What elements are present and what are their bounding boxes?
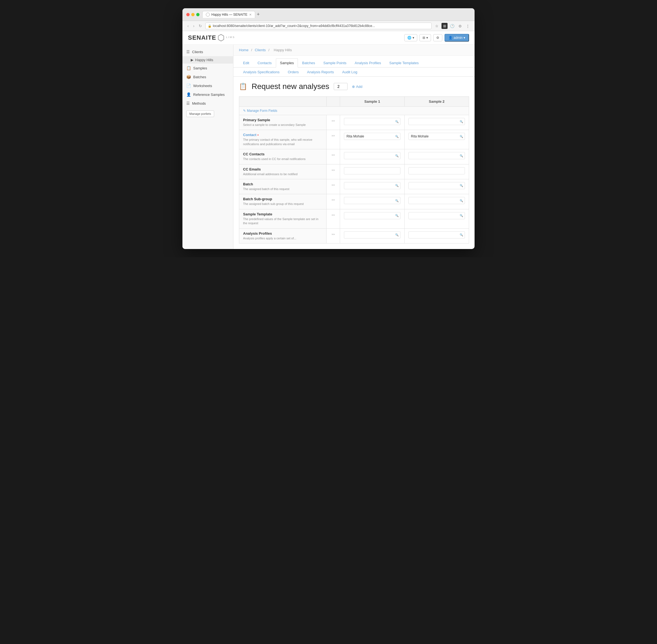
- sample2-input-batch-subgroup[interactable]: [409, 197, 465, 204]
- copy-btn-analysis-profiles[interactable]: »»: [330, 231, 336, 237]
- methods-icon: ☰: [186, 101, 190, 106]
- tab-audit-log[interactable]: Audit Log: [338, 68, 362, 76]
- sample1-input-batch-subgroup[interactable]: [344, 197, 400, 204]
- logo-text: SENAITE: [188, 34, 216, 41]
- tab-analysis-specifications[interactable]: Analysis Specifications: [239, 68, 284, 76]
- tab-analysis-profiles[interactable]: Analysis Profiles: [351, 59, 385, 68]
- maximize-window-btn[interactable]: [196, 13, 199, 16]
- add-btn[interactable]: ⊕ Add: [352, 85, 363, 89]
- sidebar-item-methods[interactable]: ☰ Methods: [182, 99, 233, 108]
- user-menu-btn[interactable]: 👤 admin ▾: [444, 34, 469, 42]
- sidebar-item-happy-hills[interactable]: ▶ Happy Hills: [182, 56, 233, 64]
- grid-btn[interactable]: ⊞ ▾: [419, 34, 431, 41]
- copy-btn-contact[interactable]: »»: [330, 133, 336, 138]
- tab-edit[interactable]: Edit: [239, 59, 253, 68]
- sample1-cell-contact: 🔍: [340, 130, 404, 149]
- sample1-cell-cc-emails: [340, 164, 404, 179]
- sidebar-clients-label: Clients: [192, 50, 203, 54]
- header-actions: 🌐 ▾ ⊞ ▾ ⚙ 👤 admin ▾: [404, 34, 469, 42]
- sample2-cell-batch: 🔍: [404, 179, 469, 194]
- field-desc-contact: The primary contact of this sample, who …: [243, 138, 323, 146]
- globe-btn[interactable]: 🌐 ▾: [404, 34, 417, 41]
- ext-icon-1[interactable]: ⊞: [441, 23, 447, 29]
- copy-btn-batch[interactable]: »»: [330, 182, 336, 188]
- refresh-btn[interactable]: ↻: [198, 23, 203, 29]
- close-window-btn[interactable]: [186, 13, 190, 16]
- sidebar-item-worksheets[interactable]: 📄 Worksheets: [182, 81, 233, 90]
- back-btn[interactable]: ‹: [186, 23, 190, 29]
- sidebar-item-batches[interactable]: 📦 Batches: [182, 72, 233, 81]
- sample1-input-primary-sample[interactable]: [344, 118, 400, 125]
- copy-cell-analysis-profiles: »»: [326, 228, 340, 243]
- label-cell-primary-sample: Primary SampleSelect a sample to create …: [239, 115, 327, 130]
- forward-btn[interactable]: ›: [192, 23, 196, 29]
- tab-batches[interactable]: Batches: [298, 59, 319, 68]
- field-label-batch: Batch: [243, 182, 323, 186]
- tab-samples[interactable]: Samples: [276, 59, 298, 68]
- copy-btn-primary-sample[interactable]: »»: [330, 118, 336, 123]
- sidebar-reference-samples-label: Reference Samples: [193, 93, 225, 97]
- sample2-input-cc-emails[interactable]: [409, 167, 465, 174]
- sample1-input-batch[interactable]: [344, 182, 400, 189]
- breadcrumb-clients[interactable]: Clients: [255, 48, 266, 52]
- gear-icon: ⚙: [436, 36, 439, 40]
- ext-icon-2[interactable]: 🕐: [449, 23, 455, 29]
- browser-tab[interactable]: Happy Hills — SENAITE ✕: [202, 11, 255, 18]
- table-row-sample-template: Sample TemplateThe predefined values of …: [239, 209, 469, 228]
- field-label-batch-subgroup: Batch Sub-group: [243, 197, 323, 201]
- minimize-window-btn[interactable]: [191, 13, 195, 16]
- address-bar: ‹ › ↻ 🔒 localhost:8080/senaite/clients/c…: [182, 21, 475, 31]
- sample-count-input[interactable]: [334, 83, 348, 90]
- breadcrumb-home[interactable]: Home: [239, 48, 248, 52]
- new-tab-btn[interactable]: +: [257, 12, 260, 17]
- tab-sample-templates[interactable]: Sample Templates: [385, 59, 423, 68]
- label-cell-sample-template: Sample TemplateThe predefined values of …: [239, 209, 327, 228]
- tab-close-btn[interactable]: ✕: [249, 13, 251, 17]
- user-label: admin ▾: [454, 36, 465, 40]
- field-label-sample-template: Sample Template: [243, 212, 323, 216]
- sample1-input-contact[interactable]: [344, 133, 400, 140]
- search-icon-s1-analysis-profiles: 🔍: [395, 233, 398, 236]
- tabs-row2: Analysis Specifications Orders Analysis …: [234, 68, 475, 76]
- url-input[interactable]: 🔒 localhost:8080/senaite/clients/client-…: [205, 23, 432, 29]
- sample2-input-batch[interactable]: [409, 182, 465, 189]
- sample1-input-sample-template[interactable]: [344, 212, 400, 219]
- label-cell-cc-contacts: CC ContactsThe contacts used in CC for e…: [239, 149, 327, 164]
- sample2-input-sample-template[interactable]: [409, 212, 465, 219]
- sample2-cell-contact: 🔍: [404, 130, 469, 149]
- sample2-input-analysis-profiles[interactable]: [409, 231, 465, 238]
- sample2-cell-cc-emails: [404, 164, 469, 179]
- tab-sample-points[interactable]: Sample Points: [319, 59, 351, 68]
- sample2-input-primary-sample[interactable]: [409, 118, 465, 125]
- sample1-cell-analysis-profiles: 🔍: [340, 228, 404, 243]
- table-row-contact: Contact •The primary contact of this sam…: [239, 130, 469, 149]
- search-icon-s1-batch: 🔍: [395, 184, 398, 187]
- tab-orders[interactable]: Orders: [284, 68, 303, 76]
- sample1-input-cc-emails[interactable]: [344, 167, 400, 174]
- tab-contacts[interactable]: Contacts: [253, 59, 276, 68]
- copy-btn-cc-contacts[interactable]: »»: [330, 152, 336, 158]
- sidebar-item-reference-samples[interactable]: 👤 Reference Samples: [182, 90, 233, 99]
- chevron-right-icon: ▶: [191, 58, 194, 62]
- tab-analysis-reports[interactable]: Analysis Reports: [303, 68, 338, 76]
- sample1-input-cc-contacts[interactable]: [344, 152, 400, 159]
- more-btn[interactable]: ⋮: [465, 23, 471, 29]
- sidebar-item-clients[interactable]: ☰ Clients: [182, 47, 233, 56]
- page-title-icon: 📋: [239, 83, 247, 90]
- ext-icon-3[interactable]: ⊙: [457, 23, 463, 29]
- sample2-input-contact[interactable]: [409, 133, 465, 140]
- sample1-input-analysis-profiles[interactable]: [344, 231, 400, 238]
- label-cell-contact: Contact •The primary contact of this sam…: [239, 130, 327, 149]
- clients-icon: ☰: [186, 50, 190, 54]
- gear-btn[interactable]: ⚙: [433, 34, 442, 41]
- sample2-input-cc-contacts[interactable]: [409, 152, 465, 159]
- copy-btn-sample-template[interactable]: »»: [330, 212, 336, 217]
- manage-portlets-btn[interactable]: Manage portlets: [186, 111, 214, 117]
- manage-fields-link[interactable]: ✎ Manage Form Fields: [243, 109, 465, 113]
- logo-lims: LIMS: [226, 36, 235, 39]
- sidebar-item-samples[interactable]: 📋 Samples: [182, 64, 233, 72]
- bookmark-btn[interactable]: ☆: [434, 23, 440, 29]
- label-cell-cc-emails: CC EmailsAdditional email addresses to b…: [239, 164, 327, 179]
- copy-btn-batch-subgroup[interactable]: »»: [330, 197, 336, 203]
- copy-btn-cc-emails[interactable]: »»: [330, 167, 336, 173]
